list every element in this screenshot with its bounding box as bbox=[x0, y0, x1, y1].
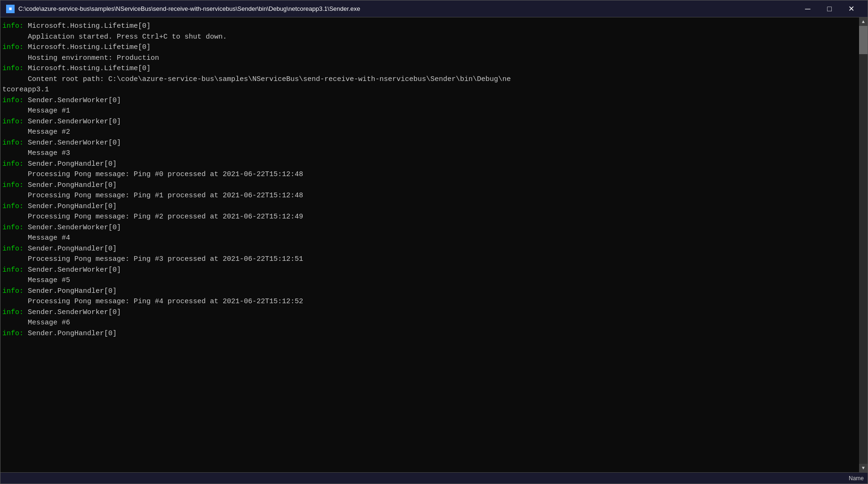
log-line: info: Sender.PongHandler[0] bbox=[2, 159, 857, 170]
console-output[interactable]: info: Microsoft.Hosting.Lifetime[0] Appl… bbox=[0, 17, 859, 472]
info-label: info: bbox=[2, 97, 24, 105]
log-content: Microsoft.Hosting.Lifetime[0] bbox=[24, 22, 151, 30]
bottom-bar: Name bbox=[0, 472, 868, 484]
log-line: info: Sender.PongHandler[0] bbox=[2, 329, 857, 339]
log-content: Sender.PongHandler[0] bbox=[24, 287, 117, 295]
log-line: Message #3 bbox=[2, 148, 857, 159]
log-content: Sender.SenderWorker[0] bbox=[24, 266, 121, 274]
log-line: Processing Pong message: Ping #2 process… bbox=[2, 212, 857, 223]
log-content: Sender.PongHandler[0] bbox=[24, 202, 117, 210]
info-label: info: bbox=[2, 202, 24, 210]
log-content: Sender.SenderWorker[0] bbox=[24, 224, 121, 232]
log-line: info: Microsoft.Hosting.Lifetime[0] bbox=[2, 21, 857, 32]
log-content: Microsoft.Hosting.Lifetime[0] bbox=[24, 65, 151, 73]
info-label: info: bbox=[2, 308, 24, 316]
log-content: Sender.SenderWorker[0] bbox=[24, 118, 121, 126]
info-label: info: bbox=[2, 224, 24, 232]
info-label: info: bbox=[2, 139, 24, 147]
log-line: info: Microsoft.Hosting.Lifetime[0] bbox=[2, 42, 857, 53]
log-line: info: Sender.SenderWorker[0] bbox=[2, 117, 857, 128]
log-line: Message #6 bbox=[2, 318, 857, 329]
log-line: info: Sender.SenderWorker[0] bbox=[2, 307, 857, 318]
maximize-button[interactable]: □ bbox=[819, 0, 840, 17]
info-label: info: bbox=[2, 160, 24, 168]
info-label: info: bbox=[2, 287, 24, 295]
log-content: Sender.SenderWorker[0] bbox=[24, 139, 121, 147]
log-line: tcoreapp3.1 bbox=[2, 85, 857, 96]
log-line: info: Sender.SenderWorker[0] bbox=[2, 265, 857, 276]
info-label: info: bbox=[2, 245, 24, 253]
log-content: Sender.SenderWorker[0] bbox=[24, 308, 121, 316]
window-controls: ─ □ ✕ bbox=[797, 0, 862, 17]
info-label: info: bbox=[2, 181, 24, 189]
log-content: Sender.SenderWorker[0] bbox=[24, 97, 121, 105]
close-button[interactable]: ✕ bbox=[840, 0, 862, 17]
log-line: Processing Pong message: Ping #3 process… bbox=[2, 254, 857, 265]
scrollbar-track[interactable] bbox=[859, 26, 868, 464]
console-area: info: Microsoft.Hosting.Lifetime[0] Appl… bbox=[0, 17, 868, 472]
window-icon: ■ bbox=[6, 5, 15, 13]
log-line: Application started. Press Ctrl+C to shu… bbox=[2, 32, 857, 43]
scrollbar-thumb[interactable] bbox=[859, 26, 868, 54]
log-line: Message #1 bbox=[2, 106, 857, 117]
log-line: Processing Pong message: Ping #1 process… bbox=[2, 191, 857, 202]
log-line: Content root path: C:\code\azure-service… bbox=[2, 74, 857, 85]
bottom-bar-name-label: Name bbox=[849, 475, 864, 482]
scrollbar: ▲ ▼ bbox=[859, 17, 868, 472]
log-line: info: Sender.SenderWorker[0] bbox=[2, 223, 857, 234]
log-content: Sender.PongHandler[0] bbox=[24, 330, 117, 338]
log-line: info: Microsoft.Hosting.Lifetime[0] bbox=[2, 64, 857, 74]
title-bar: ■ C:\code\azure-service-bus\samples\NSer… bbox=[0, 0, 868, 17]
info-label: info: bbox=[2, 330, 24, 338]
log-line: info: Sender.PongHandler[0] bbox=[2, 286, 857, 297]
log-content: Microsoft.Hosting.Lifetime[0] bbox=[24, 43, 151, 51]
log-line: Hosting environment: Production bbox=[2, 53, 857, 64]
window-title: C:\code\azure-service-bus\samples\NServi… bbox=[18, 5, 797, 12]
log-line: info: Sender.PongHandler[0] bbox=[2, 180, 857, 191]
log-line: info: Sender.PongHandler[0] bbox=[2, 244, 857, 255]
log-line: Message #5 bbox=[2, 275, 857, 286]
minimize-button[interactable]: ─ bbox=[797, 0, 819, 17]
log-line: Processing Pong message: Ping #0 process… bbox=[2, 169, 857, 180]
log-line: Message #4 bbox=[2, 233, 857, 244]
info-label: info: bbox=[2, 43, 24, 51]
info-label: info: bbox=[2, 118, 24, 126]
log-content: Sender.PongHandler[0] bbox=[24, 160, 117, 168]
log-content: Sender.PongHandler[0] bbox=[24, 181, 117, 189]
scroll-up-button[interactable]: ▲ bbox=[859, 17, 868, 26]
log-line: info: Sender.PongHandler[0] bbox=[2, 202, 857, 212]
log-line: Processing Pong message: Ping #4 process… bbox=[2, 297, 857, 307]
log-content: Sender.PongHandler[0] bbox=[24, 245, 117, 253]
console-window: ■ C:\code\azure-service-bus\samples\NSer… bbox=[0, 0, 868, 484]
log-line: Message #2 bbox=[2, 127, 857, 138]
log-line: info: Sender.SenderWorker[0] bbox=[2, 96, 857, 106]
info-label: info: bbox=[2, 266, 24, 274]
info-label: info: bbox=[2, 22, 24, 30]
scroll-down-button[interactable]: ▼ bbox=[859, 464, 868, 472]
info-label: info: bbox=[2, 65, 24, 73]
log-line: info: Sender.SenderWorker[0] bbox=[2, 138, 857, 149]
